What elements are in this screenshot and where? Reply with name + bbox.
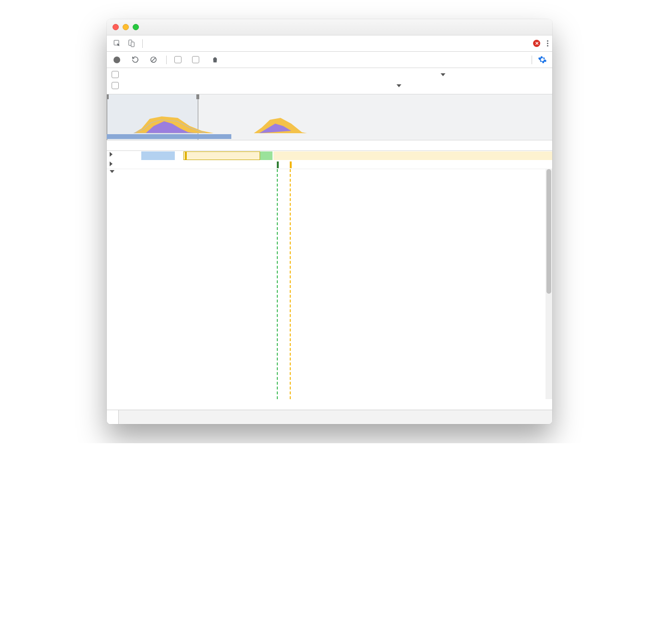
svg-line-4 <box>151 58 156 62</box>
main-menu-icon[interactable] <box>547 40 548 46</box>
devtools-window: ✕ <box>107 19 552 424</box>
tab-event-log[interactable] <box>142 410 153 424</box>
error-counter[interactable]: ✕ <box>533 40 542 47</box>
time-marker-line <box>277 169 278 399</box>
network-throttle-dropdown[interactable] <box>401 73 445 76</box>
devtools-main-toolbar: ✕ <box>107 35 552 52</box>
details-tabs <box>107 410 552 424</box>
interactions-track[interactable] <box>107 161 552 169</box>
cpu-throttle-dropdown[interactable] <box>391 84 401 87</box>
close-window-button[interactable] <box>113 24 119 30</box>
record-button[interactable] <box>112 55 122 65</box>
network-track[interactable] <box>107 151 552 161</box>
tab-bottom-up[interactable] <box>119 410 130 424</box>
window-titlebar <box>107 19 552 35</box>
capture-settings-panel <box>107 68 552 94</box>
clear-button[interactable] <box>148 55 159 65</box>
network-request-block[interactable] <box>183 151 260 160</box>
performance-toolbar <box>107 52 552 68</box>
flamechart-panel[interactable] <box>107 151 552 410</box>
expand-network-icon[interactable] <box>110 152 113 157</box>
overview-timeline[interactable] <box>107 94 552 140</box>
memory-checkbox[interactable] <box>192 56 202 63</box>
time-marker-line <box>290 169 291 399</box>
disable-js-samples-checkbox[interactable] <box>112 71 325 78</box>
reload-record-button[interactable] <box>130 55 140 65</box>
vertical-scrollbar[interactable] <box>545 169 552 399</box>
network-request-block[interactable] <box>273 151 552 160</box>
detail-time-ruler[interactable] <box>107 140 552 151</box>
network-request-block[interactable] <box>260 151 273 160</box>
cpu-throttle-row <box>334 82 547 89</box>
chevron-down-icon <box>441 73 445 76</box>
main-thread-track[interactable] <box>107 169 552 399</box>
capture-settings-icon[interactable] <box>537 55 547 65</box>
screenshots-checkbox[interactable] <box>174 56 184 63</box>
expand-interactions-icon[interactable] <box>110 161 113 166</box>
svg-rect-2 <box>131 42 134 47</box>
panel-tabs <box>152 35 205 51</box>
tab-call-tree[interactable] <box>130 410 142 424</box>
network-request-block[interactable] <box>141 151 175 160</box>
tab-summary[interactable] <box>107 410 119 424</box>
zoom-window-button[interactable] <box>133 24 139 30</box>
network-throttle-row <box>334 71 547 78</box>
inspect-element-icon[interactable] <box>111 37 123 50</box>
gc-button[interactable] <box>210 55 220 65</box>
device-toggle-icon[interactable] <box>125 37 137 50</box>
chevron-down-icon <box>397 84 401 87</box>
advanced-paint-checkbox[interactable] <box>112 82 325 89</box>
minimize-window-button[interactable] <box>123 24 129 30</box>
